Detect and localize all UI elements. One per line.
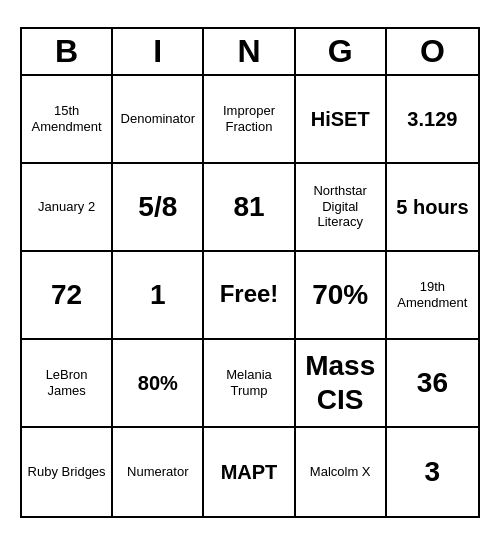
bingo-cell: 1 — [113, 252, 204, 340]
bingo-cell: 5/8 — [113, 164, 204, 252]
bingo-cell: Free! — [204, 252, 295, 340]
header-letter: O — [387, 29, 478, 74]
bingo-cell: 3 — [387, 428, 478, 516]
header-letter: B — [22, 29, 113, 74]
bingo-cell: Denominator — [113, 76, 204, 164]
header-letter: N — [204, 29, 295, 74]
bingo-header: BINGO — [22, 29, 478, 76]
bingo-cell: Numerator — [113, 428, 204, 516]
bingo-cell: 81 — [204, 164, 295, 252]
bingo-cell: 3.129 — [387, 76, 478, 164]
bingo-cell: 70% — [296, 252, 387, 340]
bingo-card: BINGO 15th AmendmentDenominatorImproper … — [20, 27, 480, 518]
bingo-cell: Improper Fraction — [204, 76, 295, 164]
bingo-cell: 72 — [22, 252, 113, 340]
bingo-cell: HiSET — [296, 76, 387, 164]
bingo-cell: Mass CIS — [296, 340, 387, 428]
bingo-cell: 19th Amendment — [387, 252, 478, 340]
bingo-grid: 15th AmendmentDenominatorImproper Fracti… — [22, 76, 478, 516]
bingo-cell: Northstar Digital Literacy — [296, 164, 387, 252]
header-letter: I — [113, 29, 204, 74]
bingo-cell: MAPT — [204, 428, 295, 516]
bingo-cell: 36 — [387, 340, 478, 428]
header-letter: G — [296, 29, 387, 74]
bingo-cell: Melania Trump — [204, 340, 295, 428]
bingo-cell: 80% — [113, 340, 204, 428]
bingo-cell: Ruby Bridges — [22, 428, 113, 516]
bingo-cell: January 2 — [22, 164, 113, 252]
bingo-cell: LeBron James — [22, 340, 113, 428]
bingo-cell: 5 hours — [387, 164, 478, 252]
bingo-cell: Malcolm X — [296, 428, 387, 516]
bingo-cell: 15th Amendment — [22, 76, 113, 164]
